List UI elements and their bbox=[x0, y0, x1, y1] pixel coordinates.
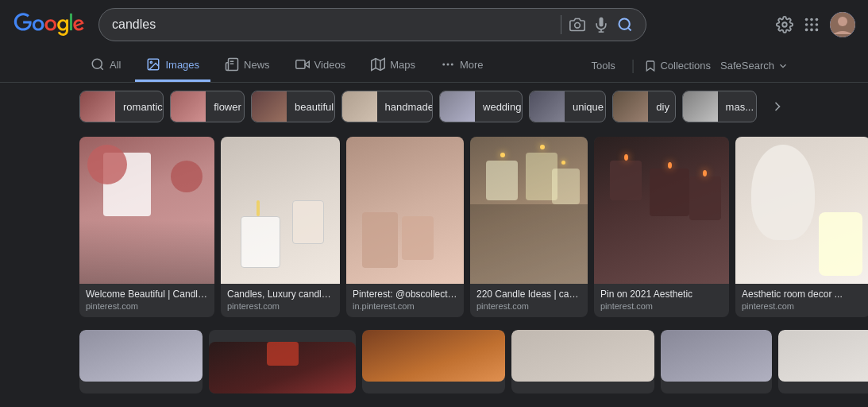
tab-more[interactable]: More bbox=[430, 49, 495, 82]
card-source-1: pinterest.com bbox=[86, 301, 208, 311]
svg-point-29 bbox=[446, 64, 449, 66]
search-bar[interactable]: candles bbox=[98, 8, 646, 41]
image-card-7[interactable] bbox=[79, 330, 203, 393]
image-12-thumb bbox=[778, 330, 868, 382]
image-card-8[interactable] bbox=[209, 330, 356, 393]
svg-point-7 bbox=[810, 18, 813, 21]
tools-area: Tools | Collections SafeSearch bbox=[584, 52, 789, 79]
image-card-10[interactable] bbox=[511, 330, 654, 393]
safesearch-button[interactable]: SafeSearch bbox=[720, 60, 789, 72]
svg-point-28 bbox=[442, 64, 445, 66]
chip-mas-thumb bbox=[683, 91, 718, 122]
chip-wedding-label: wedding bbox=[475, 101, 523, 113]
image-3-thumb bbox=[346, 137, 464, 284]
videos-icon bbox=[295, 57, 310, 72]
card-info-5: Pin on 2021 Aesthetic pinterest.com bbox=[594, 284, 729, 317]
chip-beautiful[interactable]: beautiful bbox=[251, 91, 335, 122]
search-submit-button[interactable] bbox=[617, 17, 633, 33]
chip-wedding[interactable]: wedding bbox=[439, 91, 523, 122]
image-card-4[interactable]: 220 Candle Ideas | can... pinterest.com bbox=[470, 137, 588, 317]
tab-all[interactable]: All bbox=[79, 49, 132, 82]
collections-button[interactable]: Collections bbox=[644, 60, 711, 72]
chip-romantic-thumb bbox=[80, 91, 115, 122]
card-info-4: 220 Candle Ideas | can... pinterest.com bbox=[470, 284, 588, 317]
tab-videos[interactable]: Videos bbox=[284, 49, 357, 82]
chip-beautiful-label: beautiful bbox=[287, 101, 335, 113]
svg-point-3 bbox=[619, 19, 630, 29]
image-card-6[interactable]: Aesthetic room decor ... pinterest.com bbox=[735, 137, 868, 317]
card-source-6: pinterest.com bbox=[742, 301, 864, 311]
svg-point-11 bbox=[816, 23, 819, 26]
chevron-right-icon bbox=[770, 99, 785, 114]
svg-marker-25 bbox=[372, 59, 385, 71]
card-info-2: Candles, Luxury candle... pinterest.com bbox=[221, 284, 340, 317]
image-card-9[interactable] bbox=[362, 330, 505, 393]
svg-point-12 bbox=[805, 29, 808, 32]
chip-diy-label: diy bbox=[648, 101, 675, 113]
tab-news[interactable]: News bbox=[214, 49, 281, 82]
tab-maps[interactable]: Maps bbox=[360, 49, 426, 82]
main-content: Welcome Beautiful | Candle... pinterest.… bbox=[0, 130, 868, 400]
card-title-6: Aesthetic room decor ... bbox=[742, 289, 864, 300]
image-card-5[interactable]: Pin on 2021 Aesthetic pinterest.com bbox=[594, 137, 729, 317]
tab-videos-label: Videos bbox=[314, 59, 346, 71]
filter-chips: romantic flower beautiful handmade weddi… bbox=[0, 83, 868, 130]
card-source-2: pinterest.com bbox=[227, 301, 334, 311]
svg-point-30 bbox=[451, 64, 453, 66]
image-1-thumb bbox=[79, 137, 214, 284]
tab-more-label: More bbox=[460, 59, 484, 71]
collections-label: Collections bbox=[660, 60, 711, 72]
chip-flower-label: flower bbox=[206, 101, 245, 113]
image-card-3[interactable]: Pinterest: @obscollecti... in.pinterest.… bbox=[346, 137, 464, 317]
svg-point-5 bbox=[782, 22, 787, 27]
image-11-thumb bbox=[661, 330, 772, 382]
tools-button[interactable]: Tools bbox=[584, 52, 621, 79]
chip-unique[interactable]: unique bbox=[529, 91, 606, 122]
chips-next-button[interactable] bbox=[766, 92, 789, 121]
image-card-12[interactable] bbox=[778, 330, 868, 393]
chip-flower[interactable]: flower bbox=[170, 91, 245, 122]
chip-wedding-thumb bbox=[440, 91, 475, 122]
header: candles bbox=[0, 0, 868, 49]
news-icon bbox=[225, 57, 239, 72]
svg-point-13 bbox=[810, 29, 813, 32]
card-info-6: Aesthetic room decor ... pinterest.com bbox=[735, 284, 868, 317]
chip-diy[interactable]: diy bbox=[612, 91, 675, 122]
more-dots-icon bbox=[441, 57, 455, 72]
chip-diy-thumb bbox=[613, 91, 648, 122]
header-icons bbox=[776, 12, 855, 37]
settings-button[interactable] bbox=[776, 16, 793, 33]
card-source-4: pinterest.com bbox=[476, 301, 581, 311]
image-card-1[interactable]: Welcome Beautiful | Candle... pinterest.… bbox=[79, 137, 214, 317]
image-10-thumb bbox=[511, 330, 654, 382]
image-9-thumb bbox=[362, 330, 505, 382]
tab-news-label: News bbox=[244, 59, 270, 71]
search-input[interactable]: candles bbox=[112, 17, 553, 32]
svg-point-8 bbox=[816, 18, 819, 21]
avatar[interactable] bbox=[830, 12, 855, 37]
tab-images[interactable]: Images bbox=[135, 49, 210, 82]
chevron-down-icon bbox=[777, 60, 789, 72]
image-grid: Welcome Beautiful | Candle... pinterest.… bbox=[6, 137, 862, 393]
chip-romantic[interactable]: romantic bbox=[79, 91, 164, 122]
voice-search-button[interactable] bbox=[593, 17, 609, 33]
all-icon bbox=[91, 57, 105, 72]
apps-button[interactable] bbox=[803, 16, 820, 33]
image-4-thumb bbox=[470, 137, 588, 284]
chip-handmade-thumb bbox=[342, 91, 377, 122]
card-title-1: Welcome Beautiful | Candle... bbox=[86, 289, 208, 300]
chip-unique-thumb bbox=[530, 91, 565, 122]
chip-handmade-label: handmade bbox=[377, 101, 434, 113]
svg-point-14 bbox=[816, 29, 819, 32]
search-divider bbox=[561, 15, 561, 34]
image-row-1: Welcome Beautiful | Candle... pinterest.… bbox=[79, 137, 789, 317]
chip-mas[interactable]: mas... bbox=[682, 91, 757, 122]
nav-tabs: All Images News Videos Maps More Tools |… bbox=[0, 49, 868, 83]
card-title-3: Pinterest: @obscollecti... bbox=[353, 289, 457, 300]
card-title-2: Candles, Luxury candle... bbox=[227, 289, 334, 300]
camera-search-button[interactable] bbox=[569, 17, 585, 33]
chip-handmade[interactable]: handmade bbox=[341, 91, 434, 122]
image-card-2[interactable]: Candles, Luxury candle... pinterest.com bbox=[221, 137, 340, 317]
image-card-11[interactable] bbox=[661, 330, 772, 393]
chip-beautiful-thumb bbox=[252, 91, 287, 122]
